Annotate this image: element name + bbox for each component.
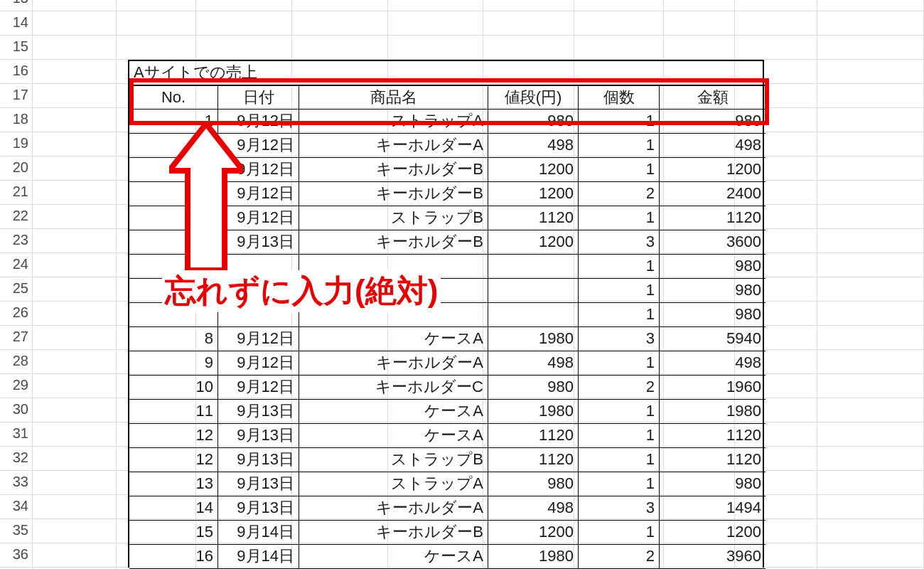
spreadsheet-cell[interactable] — [33, 471, 117, 495]
cell-date[interactable]: 9月13日 — [218, 496, 299, 521]
spreadsheet-cell[interactable] — [735, 36, 817, 60]
spreadsheet-cell[interactable] — [0, 253, 33, 277]
cell-no[interactable] — [129, 230, 218, 255]
spreadsheet-cell[interactable] — [33, 277, 117, 302]
cell-price[interactable]: 1120 — [488, 206, 579, 230]
cell-no[interactable]: 8 — [129, 327, 218, 351]
spreadsheet-cell[interactable] — [0, 181, 33, 205]
spreadsheet-cell[interactable] — [0, 398, 33, 422]
spreadsheet-cell[interactable] — [33, 519, 117, 543]
cell-name[interactable]: ケースA — [299, 424, 488, 448]
cell-name[interactable]: ケースA — [299, 327, 488, 351]
spreadsheet-cell[interactable] — [0, 156, 33, 181]
spreadsheet-cell[interactable] — [0, 132, 33, 156]
cell-amt[interactable]: 1120 — [660, 206, 765, 230]
cell-qty[interactable]: 2 — [579, 182, 660, 206]
cell-no[interactable] — [129, 206, 218, 230]
cell-no[interactable]: 13 — [129, 472, 218, 496]
spreadsheet-cell[interactable] — [735, 0, 817, 11]
column-header-no[interactable]: No. — [129, 85, 218, 110]
spreadsheet-cell[interactable] — [664, 0, 735, 11]
cell-no[interactable]: 12 — [129, 448, 218, 472]
spreadsheet-cell[interactable] — [817, 302, 924, 326]
spreadsheet-cell[interactable] — [664, 36, 735, 60]
cell-name[interactable]: ケースA — [299, 400, 488, 424]
spreadsheet-cell[interactable] — [817, 398, 924, 422]
cell-date[interactable]: 9月13日 — [218, 424, 299, 448]
spreadsheet-cell[interactable] — [0, 302, 33, 326]
spreadsheet-cell[interactable] — [33, 350, 117, 374]
cell-date[interactable] — [218, 255, 299, 279]
cell-qty[interactable]: 1 — [579, 424, 660, 448]
cell-price[interactable] — [488, 303, 579, 327]
cell-qty[interactable]: 1 — [579, 303, 660, 327]
spreadsheet-cell[interactable] — [483, 0, 574, 11]
cell-qty[interactable]: 3 — [579, 230, 660, 255]
cell-qty[interactable]: 1 — [579, 279, 660, 303]
cell-date[interactable]: 9月13日 — [218, 230, 299, 255]
cell-date[interactable]: 9月12日 — [218, 351, 299, 376]
cell-qty[interactable]: 2 — [579, 545, 660, 569]
spreadsheet-cell[interactable] — [292, 11, 388, 36]
spreadsheet-cell[interactable] — [33, 11, 117, 36]
cell-qty[interactable]: 1 — [579, 255, 660, 279]
spreadsheet-cell[interactable] — [196, 11, 292, 36]
cell-qty[interactable]: 2 — [579, 376, 660, 400]
spreadsheet-cell[interactable] — [817, 326, 924, 350]
spreadsheet-cell[interactable] — [817, 471, 924, 495]
cell-amt[interactable]: 980 — [660, 303, 765, 327]
cell-date[interactable]: 9月13日 — [218, 400, 299, 424]
cell-amt[interactable]: 980 — [660, 472, 765, 496]
cell-amt[interactable]: 3600 — [660, 230, 765, 255]
cell-name[interactable]: キーホルダーB — [299, 158, 488, 182]
column-header-qty[interactable]: 個数 — [579, 85, 660, 110]
spreadsheet-cell[interactable] — [196, 0, 292, 11]
spreadsheet-cell[interactable] — [817, 277, 924, 302]
cell-price[interactable]: 1120 — [488, 448, 579, 472]
cell-no[interactable]: 15 — [129, 521, 218, 545]
cell-name[interactable]: ストラップA — [299, 110, 488, 134]
spreadsheet-cell[interactable] — [33, 60, 117, 84]
cell-price[interactable]: 980 — [488, 376, 579, 400]
cell-amt[interactable]: 1120 — [660, 424, 765, 448]
cell-no[interactable]: 1 — [129, 110, 218, 134]
spreadsheet-cell[interactable] — [117, 36, 196, 60]
spreadsheet-cell[interactable] — [817, 543, 924, 568]
cell-amt[interactable]: 498 — [660, 351, 765, 376]
cell-price[interactable]: 1980 — [488, 400, 579, 424]
spreadsheet-cell[interactable] — [388, 36, 483, 60]
spreadsheet-cell[interactable] — [33, 422, 117, 447]
spreadsheet-cell[interactable] — [33, 0, 117, 11]
spreadsheet-cell[interactable] — [483, 11, 574, 36]
spreadsheet-cell[interactable] — [33, 205, 117, 229]
cell-qty[interactable]: 1 — [579, 158, 660, 182]
spreadsheet-cell[interactable] — [33, 495, 117, 519]
cell-qty[interactable]: 1 — [579, 521, 660, 545]
cell-date[interactable] — [218, 303, 299, 327]
cell-amt[interactable]: 1960 — [660, 376, 765, 400]
spreadsheet-cell[interactable] — [0, 84, 33, 108]
cell-name[interactable]: キーホルダーB — [299, 230, 488, 255]
spreadsheet-cell[interactable] — [0, 108, 33, 132]
spreadsheet-cell[interactable] — [0, 205, 33, 229]
cell-price[interactable]: 980 — [488, 472, 579, 496]
spreadsheet-cell[interactable] — [33, 374, 117, 398]
spreadsheet-cell[interactable] — [33, 253, 117, 277]
spreadsheet-cell[interactable] — [0, 519, 33, 543]
cell-date[interactable]: 9月14日 — [218, 521, 299, 545]
cell-amt[interactable]: 498 — [660, 134, 765, 158]
spreadsheet-cell[interactable] — [117, 11, 196, 36]
spreadsheet-cell[interactable] — [817, 374, 924, 398]
spreadsheet-cell[interactable] — [292, 36, 388, 60]
spreadsheet-cell[interactable] — [817, 84, 924, 108]
cell-qty[interactable]: 1 — [579, 448, 660, 472]
cell-qty[interactable]: 1 — [579, 400, 660, 424]
cell-price[interactable]: 498 — [488, 134, 579, 158]
spreadsheet-cell[interactable] — [0, 543, 33, 568]
cell-date[interactable]: 9月14日 — [218, 545, 299, 569]
column-header-price[interactable]: 値段(円) — [488, 85, 579, 110]
spreadsheet-cell[interactable] — [33, 132, 117, 156]
spreadsheet-cell[interactable] — [817, 156, 924, 181]
spreadsheet-cell[interactable] — [0, 36, 33, 60]
spreadsheet-cell[interactable] — [0, 326, 33, 350]
